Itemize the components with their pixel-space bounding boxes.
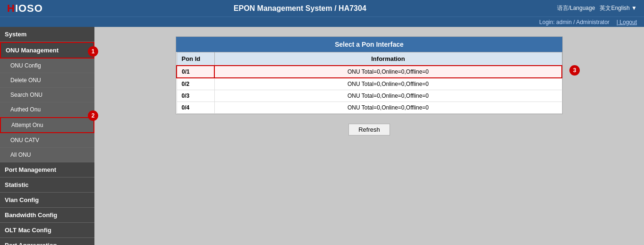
sidebar-item-search-onu[interactable]: Search ONU	[0, 88, 94, 102]
sidebar-item-bandwidth-config[interactable]: Bandwidth Config	[0, 208, 94, 223]
pon-table: Pon Id Information 0/1 ONU Total=0,Onlin…	[176, 52, 562, 114]
sidebar-item-attempt-onu[interactable]: Attempt Onu	[0, 117, 94, 133]
header-top: HIOSO EPON Management System / HA7304 语言…	[0, 0, 644, 17]
info-cell: ONU Total=0,Online=0,Offline=0	[214, 102, 562, 114]
refresh-button[interactable]: Refresh	[348, 124, 390, 135]
table-row[interactable]: 0/3 ONU Total=0,Online=0,Offline=0	[177, 90, 562, 102]
content-area: Select a Pon Interface Pon Id Informatio…	[94, 27, 644, 245]
logo-h: H	[7, 2, 15, 14]
col-pon-id: Pon Id	[177, 52, 214, 66]
login-info: Login: admin / Administrator	[539, 19, 610, 25]
sidebar-item-onu-management[interactable]: ONU Management	[0, 42, 94, 59]
step-badge-3: 3	[569, 65, 580, 76]
sidebar: System ONU Management ONU Config Delete …	[0, 27, 94, 245]
pon-id-cell: 0/1	[177, 66, 214, 78]
pon-id-cell: 0/3	[177, 90, 214, 102]
refresh-area: Refresh	[104, 124, 635, 135]
sidebar-item-authed-onu[interactable]: Authed Onu	[0, 102, 94, 117]
sidebar-item-delete-onu[interactable]: Delete ONU	[0, 73, 94, 88]
sidebar-item-all-onu[interactable]: All ONU	[0, 148, 94, 162]
pon-table-title: Select a Pon Interface	[176, 37, 562, 52]
sidebar-item-system[interactable]: System	[0, 27, 94, 42]
pon-id-cell: 0/4	[177, 102, 214, 114]
info-cell: ONU Total=0,Online=0,Offline=0	[214, 66, 562, 78]
logo: HIOSO	[7, 2, 43, 15]
info-cell: ONU Total=0,Online=0,Offline=0	[214, 78, 562, 90]
page-title: EPON Management System / HA7304	[234, 4, 366, 13]
table-row[interactable]: 0/1 ONU Total=0,Online=0,Offline=0	[177, 66, 562, 78]
table-row[interactable]: 0/2 ONU Total=0,Online=0,Offline=0	[177, 78, 562, 90]
sidebar-item-onu-catv[interactable]: ONU CATV	[0, 133, 94, 148]
step-badge-2: 2	[88, 110, 98, 121]
main-layout: System ONU Management ONU Config Delete …	[0, 27, 644, 245]
sidebar-item-port-aggregration[interactable]: Port Aggregration	[0, 238, 94, 245]
pon-interface-container: Select a Pon Interface Pon Id Informatio…	[176, 36, 563, 114]
header-sub: Login: admin / Administrator | Logout	[0, 17, 644, 27]
info-cell: ONU Total=0,Online=0,Offline=0	[214, 90, 562, 102]
sidebar-item-vlan-config[interactable]: Vlan Config	[0, 193, 94, 208]
sidebar-item-olt-mac-config[interactable]: OLT Mac Config	[0, 223, 94, 238]
sidebar-item-onu-config[interactable]: ONU Config	[0, 59, 94, 73]
col-information: Information	[214, 52, 562, 66]
step-badge-1: 1	[88, 46, 98, 57]
table-row[interactable]: 0/4 ONU Total=0,Online=0,Offline=0	[177, 102, 562, 114]
header-right: 语言/Language 英文English ▼	[557, 4, 637, 12]
pon-id-cell: 0/2	[177, 78, 214, 90]
logo-text: HIOSO	[7, 2, 43, 15]
sidebar-item-statistic[interactable]: Statistic	[0, 177, 94, 193]
language-selector[interactable]: 语言/Language 英文English ▼	[557, 4, 637, 12]
logout-link[interactable]: | Logout	[617, 19, 637, 25]
sidebar-item-port-management[interactable]: Port Management	[0, 162, 94, 177]
